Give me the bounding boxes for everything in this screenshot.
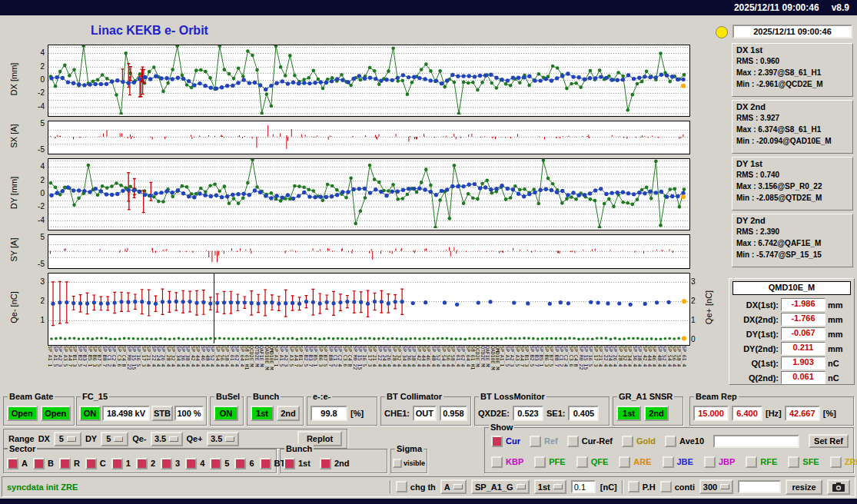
sector-4-label: 4 — [200, 459, 204, 468]
sigma-title: Sigma — [395, 444, 424, 453]
chg-th-checkbox-group[interactable]: chg th — [396, 481, 436, 492]
range-qe-plus-select[interactable]: 3.5 — [207, 432, 239, 446]
show-zre[interactable]: ZRE — [830, 456, 857, 468]
sx-axis-tick: -5 — [28, 145, 45, 154]
sector-c[interactable]: C — [85, 458, 106, 469]
bunch-select[interactable]: 1st — [534, 479, 566, 494]
show-gold-checkbox[interactable] — [622, 436, 633, 447]
qxd2e-label: QXD2E: — [478, 409, 510, 418]
sector-1[interactable]: 1 — [111, 458, 131, 469]
show-jbe-checkbox[interactable] — [663, 456, 674, 468]
show-ave10[interactable]: Ave10 — [665, 436, 704, 447]
bunch-2nd-button[interactable]: 2nd — [277, 406, 300, 421]
sector-bt-checkbox[interactable] — [260, 458, 271, 469]
show-zre-checkbox[interactable] — [830, 456, 842, 468]
threshold-input[interactable] — [571, 480, 596, 493]
show-jbe[interactable]: JBE — [663, 456, 693, 468]
range-qe-minus-select[interactable]: 3.5 — [151, 432, 183, 446]
sector-1-checkbox[interactable] — [111, 458, 123, 469]
show-ref[interactable]: Ref — [530, 436, 558, 447]
optionmenu-indicator — [114, 436, 123, 442]
bunch-title: Bunch — [251, 392, 281, 401]
ph-checkbox[interactable] — [628, 481, 639, 492]
sector-5[interactable]: 5 — [210, 458, 229, 469]
sector-a[interactable]: A — [7, 458, 28, 469]
sector-5-checkbox[interactable] — [210, 458, 221, 469]
sector-r-checkbox[interactable] — [59, 458, 71, 469]
show-gold[interactable]: Gold — [622, 436, 656, 447]
set-ref-button[interactable]: Set Ref — [809, 434, 849, 448]
device-select[interactable]: SP_A1_G — [471, 479, 530, 494]
bunch-1st[interactable]: 1st — [284, 458, 311, 469]
show-are-checkbox[interactable] — [619, 456, 630, 468]
show-qfe[interactable]: QFE — [576, 456, 609, 468]
show-jbp-checkbox[interactable] — [704, 456, 716, 468]
ph-label: P.H — [643, 482, 656, 492]
conti-checkbox[interactable] — [660, 481, 672, 492]
bunch-1st-button[interactable]: 1st — [251, 406, 274, 421]
bunch-2nd-checkbox[interactable] — [320, 458, 331, 469]
busel-on-button[interactable]: ON — [214, 406, 238, 421]
gr-snsr-1st-button[interactable]: 1st — [616, 406, 641, 421]
sector-6-checkbox[interactable] — [234, 458, 246, 469]
fc15-stb-button[interactable]: STB — [151, 406, 173, 421]
sector-r[interactable]: R — [59, 458, 80, 469]
show-cur-ref[interactable]: Cur-Ref — [567, 436, 613, 447]
sector-3[interactable]: 3 — [161, 458, 180, 469]
stat-min: Min : -5.747@SP_15_15 — [736, 249, 849, 260]
show-cur-checkbox[interactable] — [491, 436, 503, 447]
sector-4[interactable]: 4 — [185, 458, 204, 469]
dy-axis-tick: 2 — [28, 176, 45, 184]
show-sfe-checkbox[interactable] — [788, 456, 799, 468]
show-rfe-checkbox[interactable] — [746, 456, 757, 468]
show-qfe-checkbox[interactable] — [576, 456, 588, 468]
sector-2-checkbox[interactable] — [136, 458, 148, 469]
fc15-on-button[interactable]: ON — [79, 406, 101, 421]
beam-gate-open-button-1[interactable]: Open — [7, 406, 38, 421]
show-ave10-checkbox[interactable] — [665, 436, 676, 447]
ref-file-input[interactable] — [713, 435, 799, 448]
bunch-1st-label: 1st — [298, 459, 311, 468]
sector-6[interactable]: 6 — [234, 458, 254, 469]
show-ref-checkbox[interactable] — [530, 436, 541, 447]
sector-b[interactable]: B — [33, 458, 54, 469]
conti-checkbox-group[interactable]: conti — [660, 481, 695, 492]
stat-rms: RMS : 0.960 — [736, 55, 849, 67]
show-rfe[interactable]: RFE — [746, 456, 777, 468]
sector-2[interactable]: 2 — [136, 458, 155, 469]
snapshot-button[interactable] — [827, 479, 850, 495]
sector-c-checkbox[interactable] — [85, 458, 97, 469]
range-qe-plus-value: 3.5 — [211, 434, 222, 443]
show-cur-ref-checkbox[interactable] — [567, 436, 579, 447]
show-zre-label: ZRE — [845, 457, 857, 466]
bunch-2nd[interactable]: 2nd — [320, 458, 350, 469]
show-pfe[interactable]: PFE — [534, 456, 565, 468]
resize-button[interactable]: resize — [786, 479, 822, 495]
sector-4-checkbox[interactable] — [185, 458, 197, 469]
ph-checkbox-group[interactable]: P.H — [628, 481, 656, 492]
show-are[interactable]: ARE — [619, 456, 651, 468]
show-jbp[interactable]: JBP — [704, 456, 735, 468]
show-cur[interactable]: Cur — [491, 436, 520, 447]
misc-input[interactable] — [738, 480, 781, 493]
show-sfe[interactable]: SFE — [788, 456, 819, 468]
show-pfe-checkbox[interactable] — [534, 456, 546, 468]
show-kbp[interactable]: KBP — [491, 456, 523, 468]
show-kbp-checkbox[interactable] — [491, 456, 503, 468]
range-dx-select[interactable]: 5 — [54, 432, 81, 446]
beam-gate-open-button-2[interactable]: Open — [41, 406, 71, 421]
q-axis-tick: 2 — [28, 297, 45, 305]
sector-3-checkbox[interactable] — [161, 458, 172, 469]
sector-select[interactable]: A — [440, 479, 467, 494]
sigma-visible-checkbox[interactable] — [393, 459, 402, 468]
magnet-row-value: 1.903 — [781, 356, 825, 370]
chg-th-checkbox[interactable] — [396, 481, 407, 492]
sector-a-checkbox[interactable] — [7, 458, 18, 469]
bunch-1st-checkbox[interactable] — [284, 458, 295, 469]
points-select[interactable]: 300 — [699, 479, 733, 494]
range-dy-select[interactable]: 5 — [101, 432, 128, 446]
gr-snsr-2nd-button[interactable]: 2nd — [644, 406, 669, 421]
fc15-percent-value: 100 % — [174, 406, 204, 421]
sector-b-checkbox[interactable] — [33, 458, 45, 469]
busel-title: BuSel — [214, 392, 241, 401]
